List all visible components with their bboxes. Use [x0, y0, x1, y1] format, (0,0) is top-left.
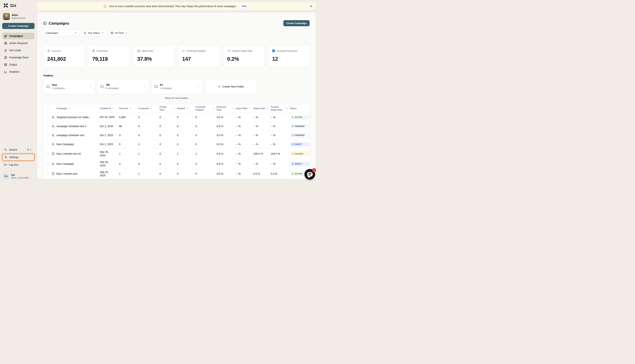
search-label: Search — [9, 148, 17, 151]
stat-icon — [137, 49, 140, 52]
create-campaign-button[interactable]: Create Campaign — [283, 20, 310, 26]
row-checkbox[interactable] — [46, 125, 49, 128]
sort-icon — [68, 107, 71, 110]
replied-cell: 0 — [177, 171, 195, 177]
sidebar-nav-item[interactable]: Hot Leads — [2, 47, 35, 54]
sidebar-item-logout[interactable]: Log Out — [2, 162, 35, 168]
table-row[interactable]: New Campaign Sep 26, 2025 0 0 0 0 0 0.0 … — [44, 159, 309, 169]
sidebar-nav-item[interactable]: Action Required — [2, 40, 35, 46]
table-row[interactable]: Raj's LinkedIn test Sep 25, 2025 1 1 0 0… — [44, 169, 309, 179]
row-checkbox[interactable] — [46, 172, 49, 175]
chat-widget-button[interactable]: 1 — [304, 169, 315, 180]
sourced-cell: 1 — [119, 171, 138, 177]
panel-toggle-icon[interactable] — [43, 22, 47, 25]
column-header-emails-sent[interactable]: Emails Sent — [159, 106, 177, 111]
user-role: Digital Worker — [12, 17, 26, 20]
column-header-reply-rate[interactable]: Reply Rate — [253, 107, 271, 110]
sidebar-nav-item[interactable]: Knowledge Base — [2, 54, 35, 61]
sort-icon — [129, 107, 131, 110]
column-header-positively-replied[interactable]: Positively Replied — [195, 106, 217, 111]
column-header-bounced-rate[interactable]: Bounced Rate — [217, 106, 236, 111]
folder-count: 1 campaign — [160, 87, 172, 90]
row-checkbox[interactable] — [46, 116, 49, 118]
time-filter[interactable]: All Time — [108, 30, 130, 36]
create-folder-label: Create New Folder — [222, 85, 244, 88]
folder-card[interactable]: Test 2 campaigns — [43, 79, 94, 94]
column-header-campaign[interactable]: Campaign — [56, 107, 100, 110]
column-header-created-at[interactable]: Created At — [100, 107, 119, 110]
table-row[interactable]: Targeted Outreach for Softw... Oct 16, 2… — [44, 113, 309, 122]
bounced-rate-cell: 0.0 % — [217, 132, 236, 138]
open-rate-cell: -- % — [236, 132, 253, 138]
create-new-folder-button[interactable]: Create New Folder — [205, 79, 257, 94]
open-rate-cell: -- % — [236, 141, 253, 147]
kebab-menu-icon[interactable] — [89, 85, 92, 88]
sidebar-nav-item[interactable]: Output — [2, 61, 35, 68]
stat-value: 241,802 — [47, 56, 81, 62]
stat-card: Sourced 241,802 — [43, 45, 85, 67]
close-icon[interactable] — [310, 5, 313, 8]
campaign-name: Raj's LinkedIn test #2 — [56, 151, 100, 157]
replied-cell: 0 — [177, 132, 195, 138]
table-row[interactable]: campaign scheduler test 2 Oct 2, 2025 86… — [44, 122, 309, 131]
sidebar-nav-item[interactable]: Campaigns — [2, 33, 35, 39]
campaign-type-select[interactable]: Campaigns — [43, 30, 79, 36]
status-filter[interactable]: Any Status — [81, 30, 106, 36]
sourced-cell: 1 — [119, 151, 138, 157]
column-header-contacted[interactable]: Contacted — [138, 107, 159, 110]
select-all-checkbox[interactable] — [46, 107, 49, 110]
table-row[interactable]: New Campaign Oct 1, 2025 0 0 0 0 0 0.0 %… — [44, 140, 309, 148]
positively-replied-cell: 0 — [195, 114, 217, 120]
sort-icon — [150, 107, 152, 110]
folder-count: 2 campaigns — [52, 87, 65, 90]
table-row[interactable]: campaign scheduler test Oct 2, 2025 3 0 … — [44, 131, 309, 140]
row-checkbox[interactable] — [46, 162, 49, 165]
campaign-type-icon — [52, 162, 55, 165]
positively-replied-cell: 0 — [195, 132, 217, 138]
column-header-replied[interactable]: Replied — [177, 107, 195, 110]
digital-worker-profile[interactable]: Alice Digital Worker — [2, 13, 35, 20]
column-header-open-rate[interactable]: Open Rate — [236, 107, 253, 110]
banner-message: One or more LinkedIn accounts have been … — [109, 5, 236, 8]
sidebar-nav-item[interactable]: Analytics — [2, 68, 35, 75]
sort-icon — [232, 107, 235, 110]
show-more-folders-link[interactable]: Show 20 more folders — [43, 97, 310, 100]
logout-icon — [4, 163, 7, 166]
sidebar-footer: Search ⌘ K Settings Log Out DA 11x demo_… — [2, 146, 35, 180]
row-checkbox[interactable] — [46, 152, 49, 155]
column-header-sourced[interactable]: Sourced — [119, 107, 138, 110]
chevron-down-icon — [125, 32, 128, 34]
replied-cell: 0 — [177, 123, 195, 129]
calendar-icon — [111, 32, 113, 34]
positive-reply-rate-cell: -- % — [271, 132, 290, 138]
banner-view-button[interactable]: View — [239, 4, 250, 9]
folder-card[interactable]: PJ 1 campaign — [151, 79, 202, 94]
kebab-menu-icon[interactable] — [143, 85, 146, 88]
sort-icon — [186, 107, 188, 110]
bounced-rate-cell: 0.0 % — [217, 114, 236, 120]
column-header-positive-reply-rate[interactable]: Positive Reply Rate — [271, 106, 290, 111]
stat-label: Positive Reply Rate — [232, 50, 252, 52]
sidebar-item-settings[interactable]: Settings — [2, 154, 35, 161]
contacted-cell: 1 — [138, 151, 159, 157]
nav-icon — [4, 49, 7, 52]
status-icon — [292, 143, 294, 145]
positively-replied-cell: 0 — [195, 123, 217, 129]
contacted-cell: 0 — [138, 114, 159, 120]
sourced-cell: 0 — [119, 141, 138, 147]
status-filter-value: Any Status — [88, 32, 100, 34]
folder-icon — [47, 85, 50, 88]
nav-item-label: Action Required — [9, 42, 28, 44]
logo-text: 11x — [10, 3, 16, 8]
folder-card[interactable]: TM 8 campaigns — [97, 79, 148, 94]
bounced-rate-cell: 0.0 % — [217, 171, 236, 177]
row-checkbox[interactable] — [46, 134, 49, 137]
account-switcher[interactable]: DA 11x demo_account@s... — [2, 173, 35, 180]
row-checkbox[interactable] — [46, 143, 49, 146]
sort-icon — [112, 107, 114, 110]
kebab-menu-icon[interactable] — [197, 85, 200, 88]
create-campaign-button-sidebar[interactable]: Create Campaign — [2, 23, 35, 29]
nav-item-label: Knowledge Base — [9, 56, 29, 59]
sidebar-item-search[interactable]: Search ⌘ K — [2, 146, 35, 153]
table-row[interactable]: Raj's LinkedIn test #2 Sep 26, 2025 1 1 … — [44, 148, 309, 159]
